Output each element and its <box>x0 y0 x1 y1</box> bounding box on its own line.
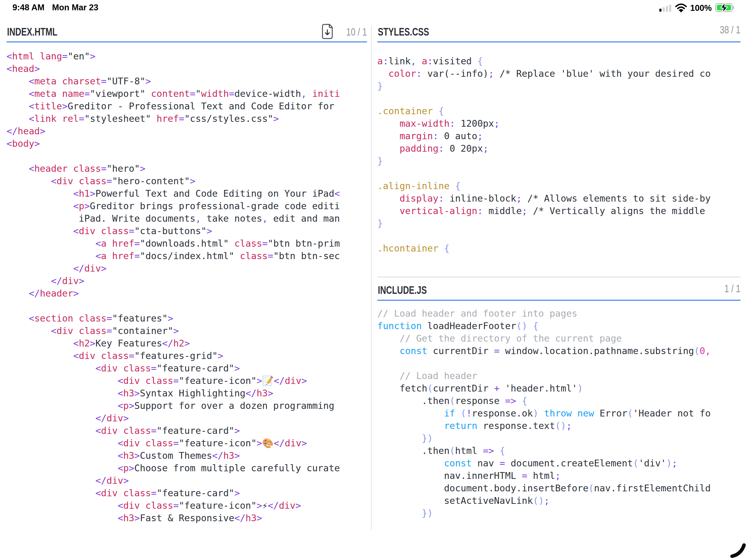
file-tab-styles-css[interactable]: STYLES.CSS 38 / 1 <box>377 21 741 42</box>
line-counter-index-html: 10 / 1 <box>346 26 367 38</box>
code-editor-styles-css[interactable]: a:link, a:visited { color: var(--info); … <box>377 42 741 263</box>
download-icon[interactable] <box>321 24 333 40</box>
cellular-icon <box>659 3 672 13</box>
pencil-stroke <box>714 529 747 560</box>
status-bar: 9:48 AM Mon Mar 23 100% <box>0 0 747 15</box>
battery-icon <box>715 2 736 14</box>
line-counter-styles-css: 38 / 1 <box>720 24 741 36</box>
clock-label: 9:48 AM <box>12 3 45 12</box>
editor-app: 9:48 AM Mon Mar 23 100% <box>0 0 747 560</box>
code-editor-index-html[interactable]: <html lang="en"><head> <meta charset="UT… <box>6 42 367 531</box>
code-editor-include-js[interactable]: // Load header and footer into pagesfunc… <box>377 301 741 526</box>
wifi-icon <box>675 3 687 13</box>
file-title-include-js: INCLUDE.JS <box>378 284 427 297</box>
battery-percent: 100% <box>690 3 712 13</box>
panel-include-js: INCLUDE.JS 1 / 1 // Load header and foot… <box>377 277 741 526</box>
panel-index-html: INDEX.HTML 10 / 1 <html lang="en"><head>… <box>6 21 367 531</box>
file-title-styles-css: STYLES.CSS <box>378 26 429 38</box>
date-label: Mon Mar 23 <box>52 3 99 12</box>
panel-styles-css: STYLES.CSS 38 / 1 a:link, a:visited { co… <box>377 21 741 263</box>
file-tab-index-html[interactable]: INDEX.HTML 10 / 1 <box>6 21 367 42</box>
file-title-index-html: INDEX.HTML <box>7 26 57 38</box>
panel-divider <box>371 26 371 530</box>
line-counter-include-js: 1 / 1 <box>724 283 741 295</box>
file-tab-include-js[interactable]: INCLUDE.JS 1 / 1 <box>377 277 741 301</box>
